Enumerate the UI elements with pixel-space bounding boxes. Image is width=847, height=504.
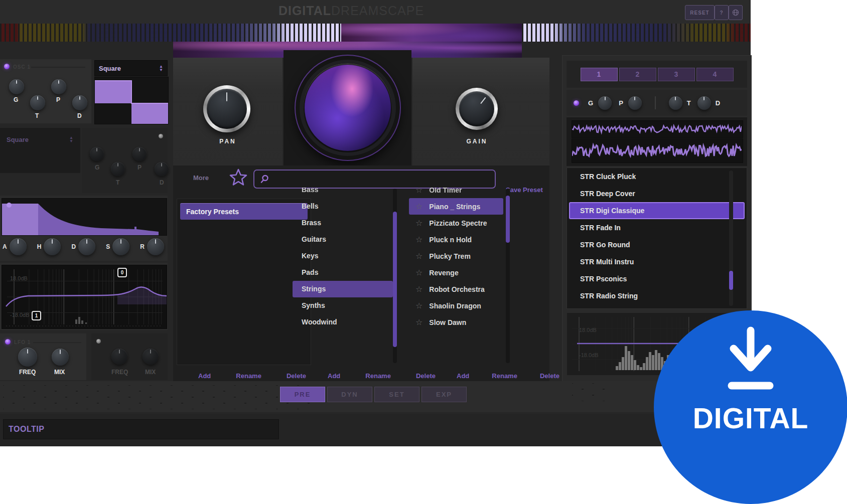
osc2-g-knob[interactable] xyxy=(90,147,104,161)
slot-tab-2[interactable]: 2 xyxy=(619,68,656,81)
favorite-star-icon[interactable]: ☆ xyxy=(415,218,422,228)
right-d-knob[interactable] xyxy=(697,96,711,110)
favorite-star-icon[interactable]: ☆ xyxy=(415,251,422,261)
eq-band-1-badge[interactable]: 1 xyxy=(32,311,41,320)
help-button[interactable]: ? xyxy=(715,5,729,20)
category-item[interactable]: Synths xyxy=(293,297,397,314)
sound-preset-item[interactable]: STR Multi Instru xyxy=(567,253,747,270)
preset-item[interactable]: ☆Old Timer xyxy=(409,188,505,198)
bank-item[interactable]: Factory Presets xyxy=(180,203,308,220)
lfo2-mix-knob[interactable] xyxy=(143,349,159,365)
slot-tab-3[interactable]: 3 xyxy=(658,68,695,81)
env-r-knob[interactable] xyxy=(147,238,164,255)
delete-button[interactable]: Delete xyxy=(416,372,436,381)
category-scroll-thumb[interactable] xyxy=(393,212,397,347)
favorites-star-icon[interactable] xyxy=(228,167,248,188)
footer-tab-exp[interactable]: EXP xyxy=(421,387,467,402)
osc1-wave-select[interactable]: Square ▲▼ xyxy=(94,60,168,76)
favorite-star-icon[interactable]: ☆ xyxy=(415,202,422,211)
osc2-power-led[interactable] xyxy=(159,134,163,138)
favorite-star-icon[interactable]: ☆ xyxy=(415,317,422,327)
eq-display[interactable]: 18.0dB -18.0dB xyxy=(2,265,167,329)
delete-button[interactable]: Delete xyxy=(287,372,306,381)
lfo2-freq-knob[interactable] xyxy=(111,349,127,365)
visual-display-screen[interactable] xyxy=(305,65,391,151)
right-t-knob[interactable] xyxy=(669,96,682,110)
osc1-d-knob[interactable] xyxy=(72,95,87,110)
right-p-knob[interactable] xyxy=(628,96,642,110)
gain-knob[interactable] xyxy=(456,88,498,130)
globe-button[interactable] xyxy=(729,5,743,20)
sound-preset-item[interactable]: STR Go Round xyxy=(567,236,747,253)
lfo1-freq-knob[interactable] xyxy=(18,348,37,367)
favorite-star-icon[interactable]: ☆ xyxy=(415,235,422,244)
preset-item[interactable]: ☆Revenge xyxy=(409,264,505,281)
add-button[interactable]: Add xyxy=(457,372,469,381)
category-item[interactable]: Bells xyxy=(293,198,397,215)
sound-preset-item[interactable]: STR Cluck Pluck xyxy=(567,168,747,185)
favorite-star-icon[interactable]: ☆ xyxy=(415,301,422,310)
footer-tab-dyn[interactable]: DYN xyxy=(327,387,372,402)
preset-item[interactable]: ☆Shaolin Dragon xyxy=(409,297,505,314)
category-item[interactable]: Woodwind xyxy=(293,314,397,330)
sound-preset-item[interactable]: STR Digi Classique xyxy=(569,202,745,219)
slot-tab-1[interactable]: 1 xyxy=(581,68,618,81)
sound-preset-item[interactable]: STR Fade In xyxy=(567,219,747,236)
category-item[interactable]: Strings xyxy=(293,281,393,297)
env-d-knob[interactable] xyxy=(78,238,95,255)
slot-tab-4[interactable]: 4 xyxy=(696,68,734,81)
delete-button[interactable]: Delete xyxy=(540,372,559,381)
preset-item[interactable]: ☆Plucky Trem xyxy=(409,248,505,264)
lfo2-power-led[interactable] xyxy=(96,339,101,344)
rename-button[interactable]: Rename xyxy=(365,372,391,381)
osc1-t-knob[interactable] xyxy=(30,95,45,110)
more-button[interactable]: More xyxy=(193,174,209,182)
preset-item[interactable]: ☆Piano _ Strings xyxy=(409,198,503,215)
right-g-knob[interactable] xyxy=(598,96,612,110)
favorite-star-icon[interactable]: ☆ xyxy=(415,268,422,277)
category-scrollbar[interactable] xyxy=(393,189,397,363)
category-item[interactable]: Bass xyxy=(293,188,397,198)
add-button[interactable]: Add xyxy=(198,372,211,381)
download-badge[interactable]: DIGITAL xyxy=(654,310,847,504)
sound-list-scrollbar[interactable] xyxy=(729,171,733,306)
search-input[interactable] xyxy=(273,175,486,184)
preset-scroll-thumb[interactable] xyxy=(506,196,510,243)
reset-button[interactable]: RESET xyxy=(685,5,715,20)
preset-item[interactable]: ☆Robot Orchestra xyxy=(409,281,505,297)
preset-search[interactable] xyxy=(253,170,496,189)
envelope-display[interactable] xyxy=(2,198,167,236)
env-h-knob[interactable] xyxy=(44,238,61,255)
footer-tab-pre[interactable]: PRE xyxy=(280,387,325,402)
env-s-knob[interactable] xyxy=(112,238,129,255)
osc2-wave-select[interactable]: Square ▲▼ xyxy=(0,128,80,173)
preset-item[interactable]: ☆Slow Dawn xyxy=(409,314,505,330)
rename-button[interactable]: Rename xyxy=(236,372,261,381)
pan-knob[interactable] xyxy=(203,85,250,132)
osc1-g-knob[interactable] xyxy=(9,79,24,94)
rename-button[interactable]: Rename xyxy=(492,372,517,381)
favorite-star-icon[interactable]: ☆ xyxy=(415,284,422,294)
category-item[interactable]: Brass xyxy=(293,215,397,231)
osc2-p-knob[interactable] xyxy=(132,147,147,161)
footer-tab-set[interactable]: SET xyxy=(374,387,419,402)
category-item[interactable]: Guitars xyxy=(293,231,397,248)
osc2-t-knob[interactable] xyxy=(111,162,125,176)
category-item[interactable]: Pads xyxy=(293,264,397,281)
sound-preset-item[interactable]: STR Radio String xyxy=(567,287,747,304)
env-a-knob[interactable] xyxy=(10,238,27,255)
lfo1-power-led[interactable] xyxy=(5,339,11,345)
preset-item[interactable]: ☆Pizzicato Spectre xyxy=(409,215,505,231)
osc1-p-knob[interactable] xyxy=(51,79,66,94)
sound-preset-item[interactable]: STR Deep Cover xyxy=(567,185,747,202)
save-preset-button[interactable]: Save Preset xyxy=(506,186,543,194)
preset-scrollbar[interactable] xyxy=(506,189,510,363)
category-item[interactable]: Keys xyxy=(293,248,397,264)
osc2-d-knob[interactable] xyxy=(155,162,169,176)
lfo1-mix-knob[interactable] xyxy=(52,349,69,366)
osc1-power-led[interactable] xyxy=(4,64,10,69)
sound-preset-item[interactable]: STR Psconics xyxy=(567,270,747,287)
sound-list-scroll-thumb[interactable] xyxy=(729,271,733,290)
eq-band-0-badge[interactable]: 0 xyxy=(117,268,127,277)
add-button[interactable]: Add xyxy=(328,372,340,381)
